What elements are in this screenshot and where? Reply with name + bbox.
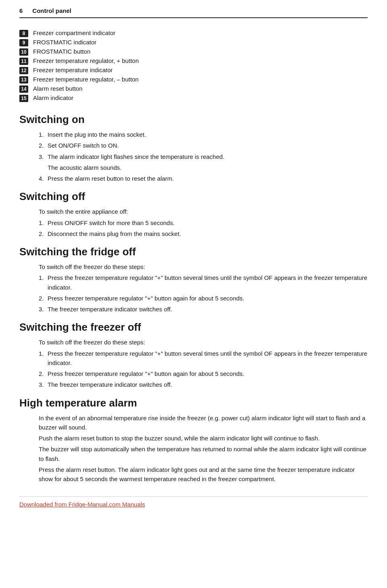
indicator-item: 14Alarm reset button — [19, 85, 368, 93]
page: 6 Control panel 8Freezer compartment ind… — [0, 0, 387, 524]
footer-link[interactable]: Downloaded from Fridge-Manual.com Manual… — [19, 501, 145, 508]
page-title: Control panel — [32, 7, 71, 14]
high-temp-alarm-section: High temperature alarm In the event of a… — [19, 397, 368, 484]
indicator-label: FROSTMATIC button — [33, 48, 90, 55]
high-temp-alarm-body: In the event of an abnormal temperature … — [19, 413, 368, 484]
list-item: 1.Press ON/OFF switch for more than 5 se… — [39, 218, 368, 227]
step-num: 1. — [39, 130, 48, 139]
footer: Downloaded from Fridge-Manual.com Manual… — [19, 496, 368, 508]
indicator-label: Freezer temperature regulator, – button — [33, 76, 139, 83]
step-num: 3. — [39, 152, 48, 161]
indicator-label: FROSTMATIC indicator — [33, 39, 96, 46]
step-text: Press freezer temperature regulator "+" … — [48, 294, 244, 303]
indicator-item: 15Alarm indicator — [19, 94, 368, 102]
switching-fridge-off-heading: Switching the fridge off — [19, 246, 368, 258]
page-header: 6 Control panel — [19, 7, 368, 18]
switching-fridge-off-section: Switching the fridge off To switch off t… — [19, 246, 368, 314]
alarm-paragraph: The buzzer will stop automatically when … — [39, 444, 368, 463]
step-text: Press the alarm reset button to reset th… — [48, 174, 174, 183]
switching-on-steps: 1.Insert the plug into the mains socket.… — [39, 130, 368, 183]
alarm-paragraph: Push the alarm reset button to stop the … — [39, 434, 368, 443]
alarm-paragraph: Press the alarm reset button. The alarm … — [39, 465, 368, 484]
step-num: 1. — [39, 349, 48, 358]
indicator-label: Freezer compartment indicator — [33, 29, 115, 36]
list-item: 1.Press the freezer temperature regulato… — [39, 273, 368, 292]
step-text: The freezer temperature indicator switch… — [48, 380, 172, 389]
step-text: Press the freezer temperature regulator … — [48, 349, 368, 368]
switching-freezer-off-heading: Switching the freezer off — [19, 321, 368, 334]
switching-fridge-off-intro: To switch off the freezer do these steps… — [39, 262, 368, 271]
indicator-badge: 10 — [19, 48, 28, 56]
alarm-paragraph: In the event of an abnormal temperature … — [39, 413, 368, 432]
switching-freezer-off-intro: To switch off the freezer do these steps… — [39, 338, 368, 347]
step-num: 2. — [39, 369, 48, 378]
indicator-item: 8Freezer compartment indicator — [19, 29, 368, 37]
indicator-badge: 14 — [19, 85, 28, 93]
indicator-label: Freezer temperature indicator — [33, 67, 113, 73]
switching-on-section: Switching on 1.Insert the plug into the … — [19, 113, 368, 183]
step-text: Press the freezer temperature regulator … — [48, 273, 368, 292]
list-item: 2.Press freezer temperature regulator "+… — [39, 369, 368, 378]
switching-on-heading: Switching on — [19, 113, 368, 126]
switching-off-section: Switching off To switch the entire appli… — [19, 190, 368, 238]
step-text: Set ON/OFF switch to ON. — [48, 141, 119, 150]
step-num: 1. — [39, 273, 48, 282]
step-num: 4. — [39, 174, 48, 183]
list-item: The acoustic alarm sounds. — [39, 163, 368, 172]
indicator-badge: 8 — [19, 30, 28, 37]
indicator-item: 11Freezer temperature regulator, + butto… — [19, 57, 368, 65]
indicator-label: Alarm indicator — [33, 94, 73, 101]
step-text: Press freezer temperature regulator "+" … — [48, 369, 244, 378]
list-item: 4.Press the alarm reset button to reset … — [39, 174, 368, 183]
step-num: 3. — [39, 380, 48, 389]
step-text: Press ON/OFF switch for more than 5 seco… — [48, 218, 175, 227]
list-item: 2.Set ON/OFF switch to ON. — [39, 141, 368, 150]
switching-fridge-off-steps: 1.Press the freezer temperature regulato… — [39, 273, 368, 314]
list-item: 1.Press the freezer temperature regulato… — [39, 349, 368, 368]
switching-off-intro: To switch the entire appliance off: — [39, 207, 368, 216]
step-text: The freezer temperature indicator switch… — [48, 304, 172, 314]
step-num: 2. — [39, 294, 48, 303]
step-text: Insert the plug into the mains socket. — [48, 130, 146, 139]
switching-off-steps: 1.Press ON/OFF switch for more than 5 se… — [39, 218, 368, 239]
list-item: 3.The freezer temperature indicator swit… — [39, 380, 368, 389]
list-item: 3.The alarm indicator light flashes sinc… — [39, 152, 368, 161]
high-temp-alarm-heading: High temperature alarm — [19, 397, 368, 409]
indicator-label: Alarm reset button — [33, 85, 83, 92]
step-num: 3. — [39, 304, 48, 314]
switching-freezer-off-section: Switching the freezer off To switch off … — [19, 321, 368, 389]
switching-off-body: To switch the entire appliance off: 1.Pr… — [19, 207, 368, 238]
switching-on-body: 1.Insert the plug into the mains socket.… — [19, 130, 368, 183]
indicator-item: 10FROSTMATIC button — [19, 48, 368, 56]
step-text: The acoustic alarm sounds. — [48, 163, 121, 172]
step-text: The alarm indicator light flashes since … — [48, 152, 225, 161]
indicator-label: Freezer temperature regulator, + button — [33, 57, 139, 64]
indicator-badge: 12 — [19, 67, 28, 74]
step-num: 2. — [39, 141, 48, 150]
page-number: 6 — [19, 7, 23, 14]
indicator-badge: 9 — [19, 39, 28, 46]
switching-off-heading: Switching off — [19, 190, 368, 203]
indicator-badge: 13 — [19, 76, 28, 83]
indicator-item: 12Freezer temperature indicator — [19, 67, 368, 74]
step-num: 1. — [39, 218, 48, 227]
list-item: 1.Insert the plug into the mains socket. — [39, 130, 368, 139]
switching-freezer-off-steps: 1.Press the freezer temperature regulato… — [39, 349, 368, 390]
list-item: 3.The freezer temperature indicator swit… — [39, 304, 368, 314]
indicator-item: 13Freezer temperature regulator, – butto… — [19, 76, 368, 83]
list-item: 2.Disconnect the mains plug from the mai… — [39, 229, 368, 238]
indicator-item: 9FROSTMATIC indicator — [19, 39, 368, 46]
switching-fridge-off-body: To switch off the freezer do these steps… — [19, 262, 368, 314]
switching-freezer-off-body: To switch off the freezer do these steps… — [19, 338, 368, 389]
indicator-badge: 11 — [19, 58, 28, 65]
step-num: 2. — [39, 229, 48, 238]
step-text: Disconnect the mains plug from the mains… — [48, 229, 181, 238]
list-item: 2.Press freezer temperature regulator "+… — [39, 294, 368, 303]
indicator-list: 8Freezer compartment indicator9FROSTMATI… — [19, 29, 368, 102]
indicator-badge: 15 — [19, 95, 28, 102]
